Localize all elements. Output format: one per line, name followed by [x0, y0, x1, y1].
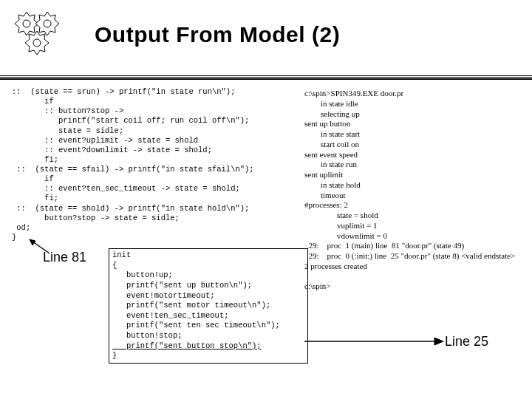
arrow-line81: [24, 235, 61, 257]
promela-code-left: :: (state == srun) -> printf("in state r…: [12, 87, 254, 242]
content-area: :: (state == srun) -> printf("in state r…: [9, 87, 526, 393]
title-divider: [0, 75, 532, 80]
svg-marker-7: [30, 239, 35, 245]
svg-point-5: [33, 39, 41, 47]
slide: Output From Model (2) :: (state == srun)…: [0, 0, 532, 399]
svg-point-3: [44, 20, 51, 27]
init-code-box: init { button!up; printf("sent up button…: [109, 248, 308, 364]
svg-point-1: [23, 20, 30, 27]
line25-label: Line 25: [445, 334, 488, 349]
arrow-line25: [304, 336, 445, 347]
init-code-top: init { button!up; printf("sent up button…: [112, 250, 280, 340]
init-code-bottom: }: [112, 351, 117, 360]
gears-icon: [12, 9, 78, 61]
header: Output From Model (2): [12, 9, 520, 61]
init-code-underline: printf("sent button stop\n");: [112, 341, 262, 350]
slide-title: Output From Model (2): [95, 22, 340, 47]
svg-marker-9: [434, 338, 443, 345]
spin-trace-output: c:\spin>SPIN349.EXE door.pr in state idl…: [304, 89, 515, 292]
